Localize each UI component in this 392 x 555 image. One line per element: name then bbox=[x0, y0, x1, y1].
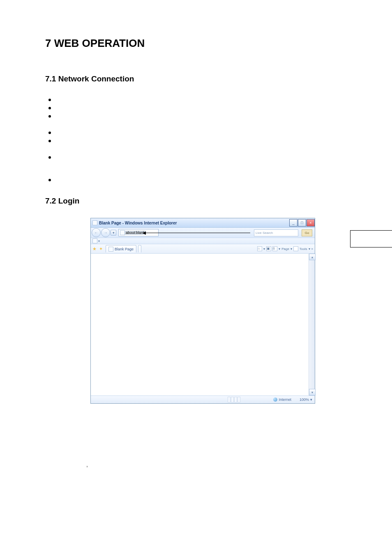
print-drop[interactable]: ▾ bbox=[279, 247, 280, 251]
ie-icon bbox=[92, 220, 97, 225]
window-titlebar[interactable]: Blank Page - Windows Internet Explorer _… bbox=[91, 218, 315, 228]
favorites-icon[interactable]: ★ bbox=[92, 246, 97, 251]
minimize-button[interactable]: _ bbox=[289, 219, 297, 227]
home-drop[interactable]: ▾ bbox=[263, 247, 265, 251]
section-2-heading: 7.2 Login bbox=[45, 197, 347, 206]
toolbar-overflow-icon[interactable]: » bbox=[311, 247, 313, 251]
tools-menu[interactable]: Tools bbox=[300, 247, 307, 251]
back-button[interactable]: ← bbox=[92, 228, 101, 237]
status-pane-dividers bbox=[228, 397, 240, 402]
scroll-up-button[interactable]: ▲ bbox=[309, 254, 316, 260]
bullet-item bbox=[45, 104, 347, 112]
page-menu[interactable]: Page bbox=[281, 247, 289, 251]
menu-drop-icon[interactable]: ▾ bbox=[98, 239, 100, 243]
security-zone[interactable]: Internet bbox=[273, 398, 291, 402]
tab-label: Blank Page bbox=[115, 247, 134, 251]
menu-row: ▾ bbox=[91, 238, 315, 244]
page-icon bbox=[120, 230, 125, 235]
bullet-item bbox=[45, 112, 347, 129]
section-1-heading: 7.1 Network Connection bbox=[45, 74, 347, 83]
address-bar-row: ← → ▾ about:blank Live Search Go bbox=[91, 228, 315, 238]
go-button[interactable]: Go bbox=[302, 229, 312, 236]
menu-icon[interactable] bbox=[92, 238, 97, 243]
zoom-value: 100% bbox=[300, 398, 309, 402]
window-title-text: Blank Page - Windows Internet Explorer bbox=[99, 221, 177, 225]
new-tab-button[interactable] bbox=[138, 245, 141, 252]
close-button[interactable]: × bbox=[307, 219, 315, 227]
globe-icon bbox=[273, 398, 277, 402]
search-input[interactable]: Live Search bbox=[254, 229, 298, 236]
forward-button[interactable]: → bbox=[101, 228, 110, 237]
zoom-drop-icon[interactable]: ▾ bbox=[310, 398, 312, 402]
browser-viewport: ▲ ▼ bbox=[91, 254, 315, 395]
stray-comma: , bbox=[86, 461, 347, 468]
bullet-item bbox=[45, 137, 347, 153]
vertical-scrollbar[interactable]: ▲ ▼ bbox=[309, 254, 315, 395]
bullet-item bbox=[45, 96, 347, 104]
page-drop[interactable]: ▾ bbox=[291, 247, 292, 251]
bullet-item bbox=[45, 129, 347, 137]
zone-label: Internet bbox=[279, 398, 291, 402]
home-icon[interactable]: ⌂ bbox=[257, 246, 262, 251]
tab-page-icon bbox=[108, 247, 113, 252]
figure-ie-window: Blank Page - Windows Internet Explorer _… bbox=[90, 218, 347, 404]
search-placeholder: Live Search bbox=[256, 231, 273, 235]
add-favorite-icon[interactable]: ✦ bbox=[99, 246, 104, 251]
bullet-item bbox=[45, 153, 347, 176]
scroll-down-button[interactable]: ▼ bbox=[309, 389, 316, 395]
maximize-button[interactable]: □ bbox=[298, 219, 306, 227]
annotation-arrow bbox=[143, 233, 250, 233]
browser-tab[interactable]: Blank Page bbox=[106, 245, 136, 252]
page-title: 7 WEB OPERATION bbox=[45, 37, 347, 50]
annotation-box bbox=[350, 230, 392, 247]
ie-browser-window: Blank Page - Windows Internet Explorer _… bbox=[90, 218, 315, 404]
zoom-control[interactable]: 100% ▾ bbox=[300, 398, 312, 402]
print-icon[interactable]: ⎙ bbox=[272, 246, 277, 251]
bullet-list-1 bbox=[45, 96, 347, 184]
bullet-item bbox=[45, 176, 347, 184]
tabs-row: ★ ✦ Blank Page ⌂▾ ▣ ⎙▾ Page▾ Tools▾ » bbox=[91, 244, 315, 254]
tools-icon bbox=[293, 246, 298, 251]
tools-drop[interactable]: ▾ bbox=[309, 247, 310, 251]
feed-icon[interactable]: ▣ bbox=[266, 246, 271, 251]
status-bar: Internet 100% ▾ bbox=[91, 395, 315, 403]
addr-dropdown-icon[interactable]: ▾ bbox=[111, 230, 116, 236]
